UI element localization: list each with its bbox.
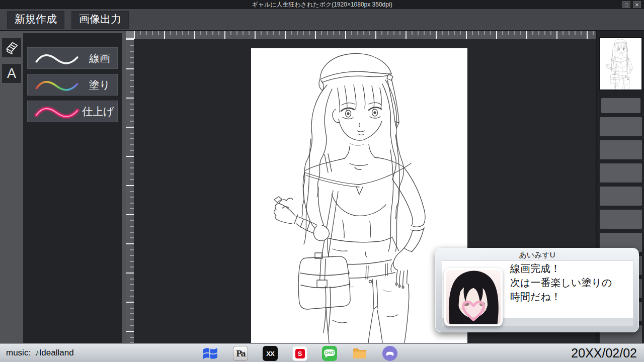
finish-stroke-icon [33,103,82,120]
new-file-button[interactable]: 新規作成 [7,11,64,29]
layer-slot[interactable] [600,163,642,183]
avatar-illustration [446,270,501,324]
brush-panel: 線画 塗り 仕上げ [23,31,122,343]
paint-stroke-icon [33,76,82,94]
s-app-icon[interactable]: S [292,346,307,361]
music-track-title: ♪Idealland [35,348,74,358]
xx-app-label: XX [266,350,274,357]
folder-icon[interactable] [352,345,368,361]
brush-paint-button[interactable]: 塗り [27,74,118,96]
layer-slot[interactable] [600,117,642,136]
taskbar-icons: Pa XX S CHAT [202,344,397,362]
layer-slot[interactable] [600,187,642,206]
speaker-name: あいみすU [436,248,638,260]
menu-bar: 新規作成 画像出力 [0,9,644,31]
window-controls: □ ✕ [622,1,641,8]
game-date: 20XX/02/02 [571,346,637,360]
brush-finish-label: 仕上げ [82,105,116,119]
game-app-icon[interactable] [382,346,397,361]
brush-paint-label: 塗り [89,78,113,92]
dialogue-box[interactable]: あいみすU 線画完成！ 次は一番楽しい塗りの 時間だね！ [435,248,639,332]
eraser-icon [4,40,19,55]
vertical-ruler [126,39,134,343]
window-title: ギャルに人生狂わされたボク(1920×1080px 350dpi) [252,1,392,9]
s-app-label: S [298,350,302,357]
layer-slot[interactable] [601,98,640,113]
lineart-stroke-icon [33,50,82,67]
horizontal-ruler [134,31,596,39]
chat-bubble-icon: CHAT [324,349,335,356]
eraser-tool-button[interactable] [2,38,21,57]
avatar [444,268,503,326]
brush-lineart-label: 線画 [89,51,112,65]
dialogue-text: 線画完成！ 次は一番楽しい塗りの 時間だね！ [510,261,612,304]
music-indicator: music: ♪Idealland [6,348,74,358]
panel-divider [122,31,126,343]
music-label: music: [6,348,31,358]
brush-lineart-button[interactable]: 線画 [27,47,118,69]
paint-app-label: Pa [236,349,245,358]
s-app-badge: S [295,349,305,358]
text-tool-button[interactable]: A [2,64,21,83]
paint-app-icon[interactable]: Pa [233,346,248,361]
start-icon[interactable] [202,346,218,361]
xx-app-icon[interactable]: XX [263,346,278,361]
layer-slot[interactable] [600,140,642,159]
chat-app-icon[interactable]: CHAT [322,346,337,361]
layer-slot[interactable] [600,210,642,229]
taskbar: music: ♪Idealland Pa XX S CHAT [0,343,644,362]
chat-app-label: CHAT [325,351,335,354]
dialogue-line: 時間だね！ [510,290,612,304]
tool-strip: A [0,31,23,343]
thumbnail-illustration [600,38,641,89]
dialogue-line: 次は一番楽しい塗りの [510,276,612,290]
ruler-corner [126,31,134,39]
close-button[interactable]: ✕ [633,1,641,8]
text-tool-icon: A [7,67,16,80]
maximize-button[interactable]: □ [622,1,630,8]
export-image-button[interactable]: 画像出力 [71,11,129,29]
brush-finish-button[interactable]: 仕上げ [27,101,118,122]
canvas-thumbnail[interactable] [599,37,642,90]
title-bar: ギャルに人生狂わされたボク(1920×1080px 350dpi) □ ✕ [0,0,644,9]
dialogue-line: 線画完成！ [510,261,612,276]
